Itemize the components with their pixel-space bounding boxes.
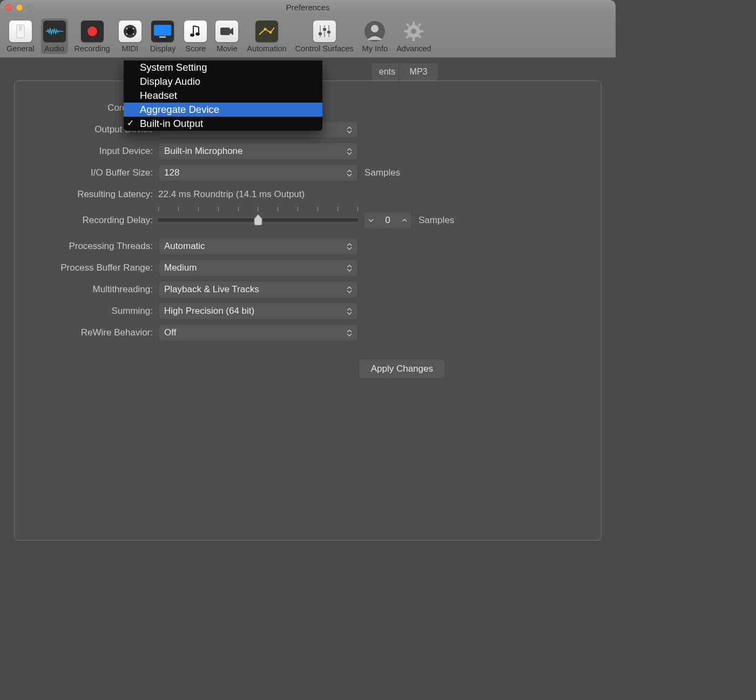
movie-icon — [215, 21, 238, 42]
label-recording-delay: Recording Delay: — [30, 215, 158, 226]
io-buffer-value: 128 — [164, 167, 179, 178]
input-device-value: Built-in Microphone — [164, 146, 243, 157]
chevron-updown-icon — [347, 303, 352, 319]
latency-value: 22.4 ms Roundtrip (14.1 ms Output) — [158, 189, 305, 200]
recording-icon — [81, 21, 104, 42]
chevron-updown-icon — [347, 238, 352, 254]
automation-icon — [255, 21, 278, 42]
menu-item[interactable]: Headset — [124, 89, 322, 103]
svg-rect-1 — [19, 26, 22, 31]
label-io-buffer: I/O Buffer Size: — [30, 167, 158, 178]
menu-item-label: Display Audio — [140, 76, 200, 87]
processing-threads-value: Automatic — [164, 241, 205, 252]
checkmark-icon: ✓ — [127, 118, 134, 128]
audio-icon — [43, 21, 66, 42]
label-multithreading: Multithreading: — [30, 284, 158, 295]
window-title: Preferences — [0, 3, 616, 12]
toolbar-score[interactable]: Score — [182, 18, 209, 54]
svg-point-2 — [87, 26, 97, 36]
general-icon — [9, 21, 32, 42]
content-area: ents MP3 Core Audio Output Device Input … — [0, 58, 616, 555]
toolbar-control-surfaces[interactable]: Control Surfaces — [293, 18, 356, 54]
menu-item[interactable]: ✓Built-in Output — [124, 117, 322, 131]
processing-threads-select[interactable]: Automatic — [158, 238, 358, 255]
toolbar-midi[interactable]: MIDI — [117, 18, 144, 54]
row-latency: Resulting Latency: 22.4 ms Roundtrip (14… — [30, 184, 586, 205]
multithreading-value: Playback & Live Tracks — [164, 284, 259, 295]
toolbar-label: Display — [150, 44, 176, 53]
svg-point-11 — [190, 33, 194, 37]
svg-rect-26 — [413, 22, 415, 25]
svg-rect-17 — [324, 25, 325, 37]
chevron-updown-icon — [347, 325, 352, 341]
label-rewire: ReWire Behavior: — [30, 327, 158, 338]
row-input-device: Input Device: Built-in Microphone — [30, 140, 586, 162]
menu-item-label: System Setting — [140, 62, 207, 73]
chevron-down-icon[interactable] — [366, 212, 376, 228]
svg-point-5 — [126, 28, 127, 29]
gear-icon — [402, 21, 425, 42]
row-summing: Summing: High Precision (64 bit) — [30, 300, 586, 322]
toolbar-label: Score — [185, 44, 206, 53]
summing-value: High Precision (64 bit) — [164, 306, 254, 317]
recording-delay-unit: Samples — [418, 215, 454, 226]
svg-rect-19 — [319, 32, 322, 35]
input-device-select[interactable]: Built-in Microphone — [158, 143, 358, 160]
toolbar-general[interactable]: General — [4, 18, 37, 54]
rewire-select[interactable]: Off — [158, 324, 358, 341]
svg-rect-13 — [220, 28, 230, 35]
svg-rect-20 — [323, 28, 326, 31]
score-icon — [184, 21, 207, 42]
toolbar-display[interactable]: Display — [148, 18, 178, 54]
toolbar-my-info[interactable]: My Info — [360, 18, 390, 54]
row-io-buffer: I/O Buffer Size: 128 Samples — [30, 162, 586, 184]
io-buffer-select[interactable]: 128 — [158, 164, 358, 181]
menu-item[interactable]: Aggregate Device — [124, 103, 322, 117]
toolbar-recording[interactable]: Recording — [72, 18, 112, 54]
row-recording-delay: Recording Delay: 0 Samples — [30, 210, 586, 231]
svg-rect-10 — [159, 36, 166, 38]
recording-delay-value: 0 — [385, 215, 390, 226]
faders-icon — [313, 21, 336, 42]
row-multithreading: Multithreading: Playback & Live Tracks — [30, 279, 586, 300]
settings-panel: Core Audio Output Device Input Device: B… — [14, 80, 602, 541]
svg-point-15 — [269, 31, 272, 33]
svg-rect-28 — [404, 30, 408, 32]
chevron-up-icon[interactable] — [400, 212, 409, 228]
io-buffer-unit: Samples — [364, 167, 400, 178]
toolbar-label: Advanced — [396, 44, 431, 53]
recording-delay-slider[interactable] — [158, 212, 358, 228]
prefs-toolbar: General Audio Recording MIDI Display Sco… — [0, 15, 616, 58]
toolbar-advanced[interactable]: Advanced — [394, 18, 434, 54]
summing-select[interactable]: High Precision (64 bit) — [158, 302, 358, 320]
chevron-updown-icon — [347, 143, 352, 159]
label-processing-threads: Processing Threads: — [30, 241, 158, 252]
display-icon — [151, 21, 174, 42]
svg-rect-21 — [327, 31, 330, 33]
svg-point-25 — [411, 29, 416, 34]
subtab-mp3[interactable]: MP3 — [399, 63, 438, 80]
slider-thumb[interactable] — [254, 214, 262, 225]
process-buffer-value: Medium — [164, 262, 197, 273]
apply-changes-button[interactable]: Apply Changes — [359, 359, 446, 379]
subtab-partial[interactable]: ents — [372, 63, 399, 80]
svg-rect-16 — [320, 25, 321, 37]
toolbar-audio[interactable]: Audio — [41, 18, 68, 54]
recording-delay-stepper[interactable]: 0 — [363, 212, 412, 229]
multithreading-select[interactable]: Playback & Live Tracks — [158, 281, 358, 298]
menu-item-label: Headset — [140, 90, 177, 101]
label-process-buffer: Process Buffer Range: — [30, 262, 158, 273]
toolbar-movie[interactable]: Movie — [213, 18, 240, 54]
menu-item[interactable]: System Setting — [124, 60, 322, 75]
toolbar-label: Movie — [217, 44, 238, 53]
row-process-buffer: Process Buffer Range: Medium — [30, 257, 586, 279]
toolbar-automation[interactable]: Automation — [245, 18, 288, 54]
process-buffer-select[interactable]: Medium — [158, 259, 358, 277]
chevron-updown-icon — [347, 165, 352, 181]
chevron-updown-icon — [347, 122, 352, 138]
menu-item[interactable]: Display Audio — [124, 75, 322, 89]
rewire-value: Off — [164, 327, 176, 338]
row-rewire: ReWire Behavior: Off — [30, 322, 586, 344]
toolbar-label: Audio — [44, 44, 64, 53]
svg-rect-32 — [418, 23, 422, 26]
